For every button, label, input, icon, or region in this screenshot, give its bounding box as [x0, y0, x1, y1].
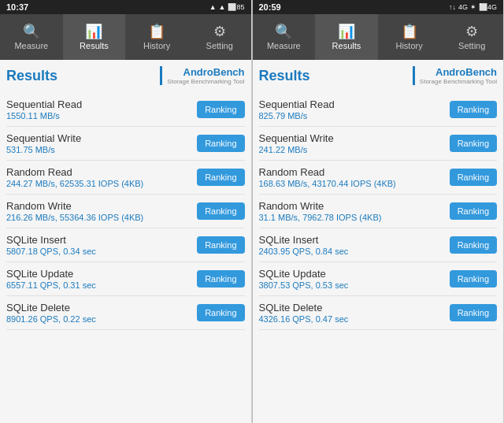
nav-results-label-right: Results [332, 41, 361, 50]
bench-name: SQLite Insert [6, 234, 96, 246]
ranking-btn[interactable]: Ranking [197, 304, 244, 321]
nav-setting-label-right: Setting [458, 41, 485, 50]
content-left: Results AndroBench Storage Benchmarking … [0, 60, 251, 423]
results-title-right: Results [259, 68, 310, 84]
status-bar-left: 10:37 ▲ ▲ ⬜85 [0, 0, 251, 14]
nav-history-left[interactable]: 📋 History [125, 14, 188, 60]
row-sqlite-update-left: SQLite Update 6557.11 QPS, 0.31 sec Rank… [6, 262, 245, 296]
bench-value: 6557.11 QPS, 0.31 sec [6, 280, 96, 290]
nav-measure-left[interactable]: 🔍 Measure [0, 14, 63, 60]
ranking-btn[interactable]: Ranking [197, 202, 244, 220]
wifi-icon: ▲ [219, 3, 226, 11]
bench-name: SQLite Delete [6, 302, 96, 314]
bench-value: 1550.11 MB/s [6, 111, 82, 121]
signal-icon-r: ↑↓ [449, 3, 456, 11]
ranking-btn[interactable]: Ranking [450, 135, 497, 152]
nav-setting-left[interactable]: ⚙ Setting [188, 14, 251, 60]
nav-history-label-left: History [143, 41, 170, 50]
nav-results-label-left: Results [80, 41, 109, 50]
results-header-right: Results AndroBench Storage Benchmarking … [259, 66, 498, 85]
nav-measure-right[interactable]: 🔍 Measure [253, 14, 316, 60]
androbench-logo-left: AndroBench Storage Benchmarking Tool [160, 66, 244, 85]
results-icon-right: 📊 [338, 24, 355, 39]
nav-measure-label-right: Measure [267, 41, 301, 50]
row-seq-write-right: Sequential Write 241.22 MB/s Ranking [259, 127, 498, 161]
androbench-logo-right: AndroBench Storage Benchmarking Tool [413, 66, 497, 85]
ranking-btn[interactable]: Ranking [450, 169, 497, 186]
row-sqlite-delete-left: SQLite Delete 8901.26 QPS, 0.22 sec Rank… [6, 296, 245, 330]
brand-name-left: AndroBench [167, 66, 244, 78]
nav-results-right[interactable]: 📊 Results [315, 14, 378, 60]
nav-bar-right: 🔍 Measure 📊 Results 📋 History ⚙ Setting [253, 14, 504, 60]
bench-value: 4326.16 QPS, 0.47 sec [259, 314, 349, 324]
bench-name: Sequential Read [6, 98, 82, 110]
panel-left: 10:37 ▲ ▲ ⬜85 🔍 Measure 📊 Results 📋 Hist… [0, 0, 252, 423]
row-seq-write-left: Sequential Write 531.75 MB/s Ranking [6, 127, 245, 161]
bench-value: 241.22 MB/s [259, 145, 334, 154]
bench-value: 3807.53 QPS, 0.53 sec [259, 280, 349, 290]
measure-icon-right: 🔍 [275, 24, 292, 39]
time-right: 20:59 [259, 2, 281, 12]
nav-results-left[interactable]: 📊 Results [63, 14, 126, 60]
row-sqlite-insert-left: SQLite Insert 5807.18 QPS, 0.34 sec Rank… [6, 228, 245, 262]
row-rand-read-right: Random Read 168.63 MB/s, 43170.44 IOPS (… [259, 161, 498, 195]
status-icons-left: ▲ ▲ ⬜85 [209, 3, 245, 11]
ranking-btn[interactable]: Ranking [197, 169, 244, 186]
brand-name-right: AndroBench [420, 66, 497, 78]
bluetooth-icon-r: ✶ [470, 3, 476, 11]
bench-name: SQLite Insert [259, 234, 349, 246]
row-rand-write-right: Random Write 31.1 MB/s, 7962.78 IOPS (4K… [259, 195, 498, 228]
bench-value: 8901.26 QPS, 0.22 sec [6, 314, 96, 324]
bench-value: 244.27 MB/s, 62535.31 IOPS (4KB) [6, 179, 143, 188]
ranking-btn[interactable]: Ranking [450, 304, 497, 321]
results-header-left: Results AndroBench Storage Benchmarking … [6, 66, 245, 85]
row-rand-write-left: Random Write 216.26 MB/s, 55364.36 IOPS … [6, 195, 245, 228]
bench-value: 168.63 MB/s, 43170.44 IOPS (4KB) [259, 179, 396, 188]
row-seq-read-left: Sequential Read 1550.11 MB/s Ranking [6, 93, 245, 127]
brand-sub-left: Storage Benchmarking Tool [167, 78, 244, 85]
bench-name: Sequential Write [259, 132, 334, 144]
ranking-btn[interactable]: Ranking [197, 236, 244, 254]
battery-icon: ⬜85 [228, 3, 244, 11]
nav-setting-right[interactable]: ⚙ Setting [440, 14, 503, 60]
brand-sub-right: Storage Benchmarking Tool [420, 78, 497, 85]
ranking-btn[interactable]: Ranking [450, 101, 497, 118]
setting-icon-left: ⚙ [213, 24, 226, 39]
row-sqlite-update-right: SQLite Update 3807.53 QPS, 0.53 sec Rank… [259, 262, 498, 296]
bench-name: SQLite Delete [259, 302, 349, 314]
row-rand-read-left: Random Read 244.27 MB/s, 62535.31 IOPS (… [6, 161, 245, 195]
nav-history-right[interactable]: 📋 History [378, 14, 441, 60]
content-right: Results AndroBench Storage Benchmarking … [253, 60, 504, 423]
ranking-btn[interactable]: Ranking [450, 202, 497, 220]
bench-value: 5807.18 QPS, 0.34 sec [6, 247, 96, 256]
bench-value: 216.26 MB/s, 55364.36 IOPS (4KB) [6, 213, 143, 222]
status-bar-right: 20:59 ↑↓ 4G ✶ ⬜4G [253, 0, 504, 14]
bench-name: SQLite Update [259, 268, 349, 280]
ranking-btn[interactable]: Ranking [450, 236, 497, 254]
history-icon-left: 📋 [148, 24, 165, 39]
bench-name: Random Read [259, 166, 396, 178]
battery-icon-r: ⬜4G [479, 3, 497, 11]
panel-right: 20:59 ↑↓ 4G ✶ ⬜4G 🔍 Measure 📊 Results 📋 … [253, 0, 505, 423]
nav-history-label-right: History [395, 41, 422, 50]
measure-icon-left: 🔍 [23, 24, 40, 39]
bench-name: Sequential Read [259, 98, 335, 110]
nav-bar-left: 🔍 Measure 📊 Results 📋 History ⚙ Setting [0, 14, 251, 60]
results-icon-left: 📊 [85, 24, 102, 39]
bench-name: Random Read [6, 166, 143, 178]
bench-name: Sequential Write [6, 132, 81, 144]
ranking-btn[interactable]: Ranking [197, 270, 244, 288]
row-sqlite-delete-right: SQLite Delete 4326.16 QPS, 0.47 sec Rank… [259, 296, 498, 330]
ranking-btn[interactable]: Ranking [197, 135, 244, 152]
network-icon-r: 4G [458, 3, 468, 11]
ranking-btn[interactable]: Ranking [197, 101, 244, 118]
bench-value: 531.75 MB/s [6, 145, 81, 154]
bench-name: Random Write [259, 200, 382, 212]
ranking-btn[interactable]: Ranking [450, 270, 497, 288]
signal-icon: ▲ [209, 3, 217, 11]
bench-value: 825.79 MB/s [259, 111, 335, 121]
time-left: 10:37 [6, 2, 28, 12]
row-sqlite-insert-right: SQLite Insert 2403.95 QPS, 0.84 sec Rank… [259, 228, 498, 262]
history-icon-right: 📋 [401, 24, 418, 39]
bench-value: 2403.95 QPS, 0.84 sec [259, 247, 349, 256]
